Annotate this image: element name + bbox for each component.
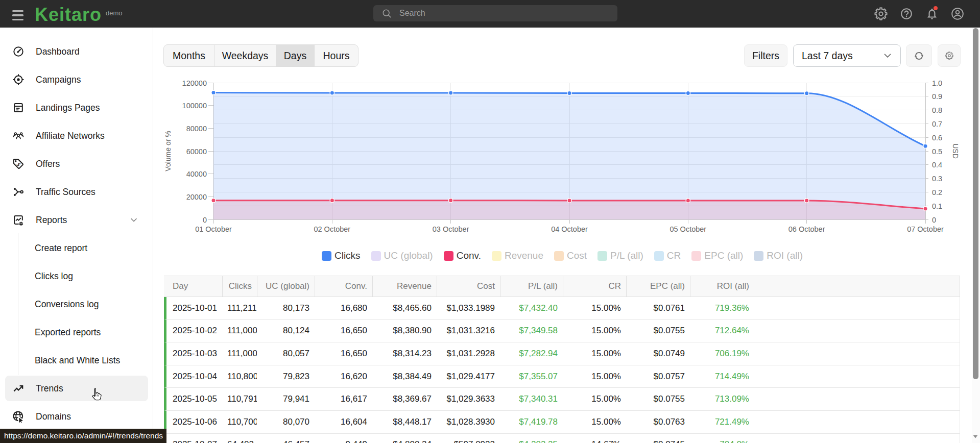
legend-label: CR (667, 250, 681, 261)
scrollbar-down-arrow[interactable] (972, 434, 978, 439)
column-header-conv-[interactable]: Conv. (315, 276, 372, 297)
cell-pl: $7,355.07 (500, 365, 563, 388)
cell-roi: 704.0% (690, 434, 754, 443)
legend-item-revenue[interactable]: Revenue (492, 250, 543, 261)
legend-label: UC (global) (384, 250, 433, 261)
legend-item-uc-global-[interactable]: UC (global) (371, 250, 433, 261)
legend-item-roi-all-[interactable]: ROI (all) (754, 250, 803, 261)
cell-conv: 16,650 (315, 342, 372, 365)
notification-badge (934, 6, 938, 10)
cell-uc: 80,173 (257, 297, 315, 320)
legend-swatch (371, 251, 381, 261)
legend-item-clicks[interactable]: Clicks (322, 250, 361, 261)
cell-filler (754, 388, 960, 411)
tab-months[interactable]: Months (164, 45, 214, 66)
sidebar-item-offers[interactable]: Offers (0, 150, 153, 178)
account-icon[interactable] (951, 7, 964, 20)
scrollbar-thumb[interactable] (973, 28, 978, 379)
column-header-roi-all-[interactable]: ROI (all) (690, 276, 754, 297)
sidebar-item-exported-reports[interactable]: Exported reports (0, 318, 153, 347)
date-range-select[interactable]: Last 7 days (793, 44, 901, 67)
sidebar-item-dashboard[interactable]: Dashboard (0, 38, 153, 66)
sidebar-item-clicks-log[interactable]: Clicks log (0, 262, 153, 290)
notifications-icon[interactable] (925, 7, 939, 20)
refresh-button[interactable] (906, 44, 932, 67)
legend-swatch (754, 251, 763, 261)
chevron-down-icon (882, 50, 893, 61)
legend-item-epc-all-[interactable]: EPC (all) (691, 250, 743, 261)
trends-chart[interactable]: 02000040000600008000010000012000000.10.2… (153, 71, 968, 245)
legend-item-cr[interactable]: CR (654, 250, 681, 261)
legend-item-p-l-all-[interactable]: P/L (all) (597, 250, 643, 261)
svg-text:40000: 40000 (186, 170, 207, 178)
period-tabs: MonthsWeekdaysDaysHours (163, 44, 358, 67)
gear-icon (945, 52, 953, 60)
sidebar-item-traffic-sources[interactable]: Traffic Sources (0, 178, 153, 206)
cell-cr: 15.00% (563, 320, 626, 343)
legend-item-conv-[interactable]: Conv. (444, 250, 481, 261)
cell-conv: 16,680 (315, 297, 372, 320)
cell-clicks: 111,000 (222, 320, 257, 343)
column-header-day[interactable]: Day (164, 276, 222, 297)
filters-button[interactable]: Filters (744, 44, 787, 67)
cell-cost: $1,029.4177 (437, 365, 500, 388)
svg-text:100000: 100000 (182, 102, 207, 110)
legend-label: P/L (all) (610, 250, 643, 261)
sidebar-item-label: Dashboard (36, 46, 80, 57)
chart-settings-button[interactable] (938, 44, 961, 67)
env-label: demo (106, 9, 123, 17)
sidebar-item-domains[interactable]: Domains (0, 403, 153, 431)
legend-item-cost[interactable]: Cost (554, 250, 587, 261)
column-header-epc-all-[interactable]: EPC (all) (626, 276, 690, 297)
sidebar-item-reports[interactable]: Reports (0, 206, 153, 234)
tab-hours[interactable]: Hours (315, 45, 358, 66)
menu-icon[interactable] (12, 10, 24, 21)
table-row: 2025-10-04110,80079,82316,620$8,384.49$1… (164, 365, 960, 388)
cell-clicks: 64,403 (222, 434, 257, 443)
sidebar-item-campaigns[interactable]: Campaigns (0, 66, 153, 94)
column-header-uc-global-[interactable]: UC (global) (257, 276, 315, 297)
svg-text:01 October: 01 October (195, 225, 232, 233)
svg-text:0.9: 0.9 (932, 92, 942, 101)
column-header-cost[interactable]: Cost (437, 276, 500, 297)
cell-epc: $0.0745 (626, 434, 690, 443)
cell-roi: 706.19% (690, 342, 754, 365)
cell-pl: $7,349.58 (500, 320, 563, 343)
cell-clicks: 110,700 (222, 411, 257, 434)
sidebar-item-affiliate-networks[interactable]: Affiliate Networks (0, 122, 153, 150)
sidebar-item-trends[interactable]: Trends (0, 375, 153, 403)
cell-cr: 15.00% (563, 365, 626, 388)
tab-days[interactable]: Days (276, 45, 315, 66)
scrollbar[interactable] (972, 28, 980, 443)
search-input[interactable]: Search (373, 5, 617, 21)
cell-cost: $1,031.2928 (437, 342, 500, 365)
sidebar-item-create-report[interactable]: Create report (0, 234, 153, 262)
cell-roi: 714.49% (690, 365, 754, 388)
settings-icon[interactable] (874, 7, 888, 20)
help-icon[interactable] (900, 7, 913, 20)
cell-uc: 80,070 (257, 411, 315, 434)
legend-swatch (444, 251, 453, 261)
logo[interactable]: Keitaro (35, 4, 102, 26)
svg-text:80000: 80000 (186, 125, 207, 133)
cell-uc: 80,057 (257, 342, 315, 365)
cell-pl: $7,282.94 (500, 342, 563, 365)
column-header-filler (754, 276, 960, 297)
tab-weekdays[interactable]: Weekdays (214, 45, 276, 66)
column-header-cr[interactable]: CR (563, 276, 626, 297)
sidebar-item-label: Offers (36, 159, 60, 169)
svg-text:0: 0 (932, 216, 936, 224)
column-header-revenue[interactable]: Revenue (372, 276, 437, 297)
sidebar-item-black-and-white-lists[interactable]: Black and White Lists (0, 347, 153, 375)
column-header-p-l-all-[interactable]: P/L (all) (500, 276, 563, 297)
cell-day: 2025-10-02 (164, 320, 222, 343)
sidebar-item-conversions-log[interactable]: Conversions log (0, 290, 153, 318)
cell-filler (754, 320, 960, 343)
sidebar-item-landings-pages[interactable]: Landings Pages (0, 94, 153, 122)
svg-text:0.4: 0.4 (932, 161, 942, 169)
cell-filler (754, 365, 960, 388)
column-header-clicks[interactable]: Clicks (222, 276, 257, 297)
legend-label: Cost (567, 250, 587, 261)
table-row: 2025-10-06110,70080,07016,604$8,448.17$1… (164, 411, 960, 434)
legend-label: Conv. (457, 250, 481, 261)
